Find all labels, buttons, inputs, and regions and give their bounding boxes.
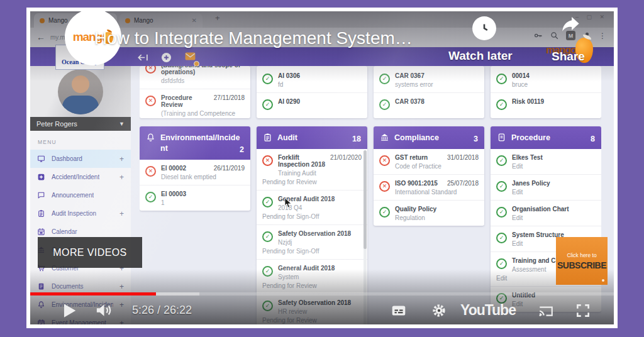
expand-plus-icon[interactable]: + [119, 209, 124, 218]
watch-later-button[interactable] [472, 16, 496, 40]
cast-button[interactable] [537, 302, 555, 319]
sidebar-item-accident-incident[interactable]: Accident/Incident+ [30, 168, 131, 186]
new-tab-button[interactable]: + [215, 13, 220, 23]
card-header[interactable]: Audit18 [257, 126, 367, 149]
list-item[interactable]: ✕ISO 9001:201525/07/2018International St… [374, 175, 484, 201]
card-title: Audit [277, 133, 299, 143]
list-item[interactable]: ✓General Audit 20182018 Q4Pending for Si… [257, 191, 367, 225]
play-button[interactable] [58, 300, 79, 321]
card-count: 18 [352, 135, 361, 143]
cc-icon [390, 302, 408, 319]
browser-back-icon[interactable]: ← [36, 32, 45, 42]
subtitles-button[interactable] [390, 302, 408, 319]
item-subtitle: systems error [395, 81, 479, 88]
sidebar-item-label: Announcement [52, 192, 94, 199]
card-title: Environmental/Incident [160, 133, 244, 154]
watch-later-label[interactable]: Watch later [448, 49, 513, 63]
list-item[interactable]: ✓General Audit 2018SystemPending for Rev… [257, 260, 367, 294]
settings-button[interactable] [431, 302, 447, 319]
add-new-icon[interactable] [160, 52, 172, 64]
item-subtitle: Regulation [395, 214, 479, 221]
list-item[interactable]: ✕Forklift Inspection 201821/01/2020Train… [257, 149, 367, 191]
fullscreen-button[interactable] [575, 302, 591, 319]
sidebar-item-dashboard[interactable]: Dashboard+ [30, 150, 131, 168]
time-display: 5:26 / 26:22 [132, 304, 192, 317]
status-ok-icon: ✓ [145, 192, 156, 202]
list-item[interactable]: ✓CAR 0378 [374, 93, 484, 114]
card-title: Procedure [511, 133, 552, 143]
expand-plus-icon[interactable]: + [119, 319, 124, 325]
list-item[interactable]: ✓AI 0306fd [257, 67, 367, 93]
sidebar-item-audit-inspection[interactable]: Audit Inspection+ [30, 204, 131, 223]
status-ok-icon: ✓ [262, 197, 273, 207]
item-title: EI 00003 [161, 191, 186, 197]
list-item[interactable]: ✓Safety Observation 2018HR reviewPending… [257, 294, 367, 324]
browser-tab-2[interactable]: Mango ✕ [119, 13, 203, 28]
item-subtitle: fd [278, 81, 362, 88]
card-header[interactable]: Environmental/Incident2 [140, 126, 250, 160]
messages-button[interactable] [184, 50, 197, 65]
list-item[interactable]: ✕Procedure Review27/11/2018(Training and… [140, 89, 250, 118]
subscribe-button[interactable]: Click here to SUBSCRIBE [556, 237, 608, 285]
cast-icon [537, 302, 555, 319]
item-title: (Background and scope of operations) [161, 66, 245, 75]
sidebar-item-environmental-incident[interactable]: Environmental/Incident+ [30, 296, 131, 314]
user-menu[interactable]: Peter Rogers ▼ [30, 117, 131, 131]
item-title: ISO 9001:2015 [395, 180, 438, 187]
item-subtitle: Diesel tank emptied [161, 174, 245, 180]
list-item[interactable]: ✕(Background and scope of operations)dsf… [140, 66, 250, 89]
expand-plus-icon[interactable]: + [119, 301, 124, 309]
list-item[interactable]: ✓CAR 0367systems error [374, 67, 484, 93]
volume-button[interactable] [94, 301, 114, 320]
list-item[interactable]: ✕EI 0000226/11/2019Diesel tank emptied [140, 160, 250, 185]
list-item[interactable]: ✓Quality PolicyRegulation [374, 201, 484, 226]
card-header[interactable]: Compliance3 [374, 126, 484, 149]
close-icon[interactable]: ✕ [192, 17, 197, 24]
list-item[interactable]: ✓Organisation ChartEdit [491, 201, 601, 226]
sidebar-item-announcement[interactable]: Announcement [30, 186, 131, 204]
more-videos-overlay[interactable]: MORE VIDEOS [38, 237, 142, 268]
item-subtitle: International Standard [395, 189, 479, 196]
card-column: ✕(Background and scope of operations)dsf… [140, 66, 250, 324]
key-icon[interactable] [533, 31, 543, 40]
share-arrow-icon[interactable] [555, 14, 586, 35]
list-item[interactable]: ✓AI 0290 [257, 93, 367, 114]
list-item[interactable]: ✓Janes PolicyEdit [491, 175, 601, 201]
browser-menu-icon[interactable]: ⋮ [599, 31, 606, 40]
item-subtitle: dsfdsfds [161, 77, 245, 84]
user-name: Peter Rogers [36, 120, 77, 128]
card-count: 3 [474, 135, 478, 143]
expand-plus-icon[interactable]: + [119, 155, 124, 163]
list-item[interactable]: ✓Risk 00119 [491, 93, 601, 114]
gear-icon [431, 302, 447, 319]
item-subtitle: Edit [512, 214, 596, 221]
share-label[interactable]: Share [552, 50, 585, 64]
list-item[interactable]: ✓Elkes TestEdit [491, 149, 601, 175]
list-item[interactable]: ✕GST return31/01/2018Code of Practice [374, 149, 484, 175]
item-title: AI 0306 [278, 72, 300, 79]
item-title: Safety Observation 2018 [278, 230, 351, 237]
plus-square-icon [37, 173, 45, 181]
video-title[interactable]: How to Integrate Management System… [94, 28, 413, 48]
status-ok-icon: ✓ [262, 99, 273, 110]
monitor-icon [37, 155, 45, 163]
status-ok-icon: ✓ [262, 74, 273, 84]
expand-plus-icon[interactable]: + [119, 282, 124, 291]
sidebar-item-event-management[interactable]: Event Management+ [30, 314, 131, 324]
list-item[interactable]: ✓00014bruce [491, 67, 601, 93]
list-item[interactable]: ✓EI 000031 [140, 185, 250, 211]
list-item[interactable]: ✓Safety Observation 2018NzjdjPending for… [257, 225, 367, 260]
mango-favicon [125, 18, 130, 23]
expand-plus-icon[interactable]: + [119, 173, 124, 182]
status-ok-icon: ✓ [379, 99, 390, 110]
card-scrollbar[interactable] [364, 150, 367, 324]
clipboard-icon [263, 133, 272, 142]
card-count: 2 [240, 145, 244, 154]
progress-bar[interactable] [30, 292, 614, 296]
clipped-card: ✓AI 0306fd✓AI 0290 [257, 66, 367, 118]
card-column: ✓AI 0306fd✓AI 0290Audit18✕Forklift Inspe… [257, 66, 367, 324]
card-header[interactable]: Procedure8 [491, 126, 601, 149]
youtube-logo[interactable]: YouTube [460, 302, 516, 319]
collapse-sidebar-icon[interactable] [137, 52, 149, 64]
status-ok-icon: ✓ [262, 301, 273, 311]
